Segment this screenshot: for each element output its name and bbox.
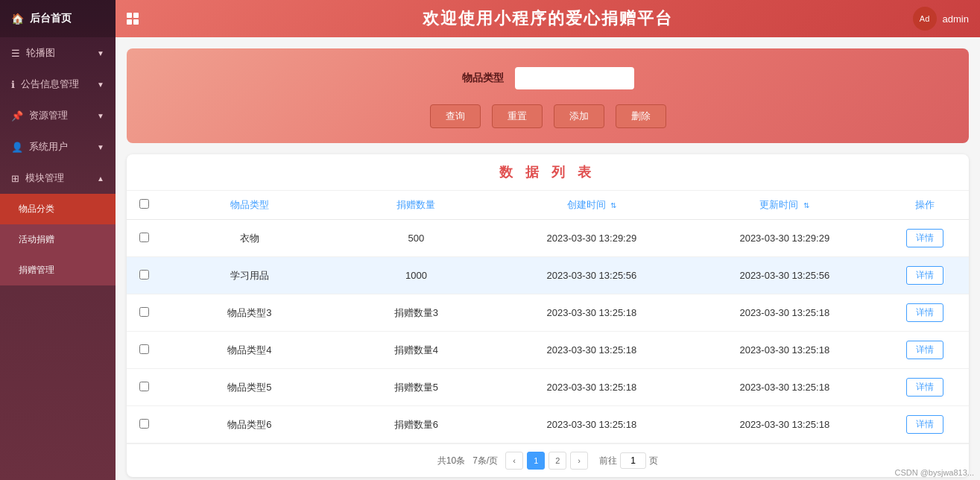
col-count: 捐赠数量: [337, 191, 495, 220]
add-button[interactable]: 添加: [554, 104, 604, 128]
row-checkbox[interactable]: [139, 419, 149, 429]
pagination-next[interactable]: ›: [570, 452, 588, 470]
chevron-down-icon-3: ▼: [97, 112, 104, 120]
goto-input[interactable]: [620, 452, 646, 469]
table-row: 衣物 500 2023-03-30 13:29:29 2023-03-30 13…: [127, 220, 969, 257]
row-created: 2023-03-30 13:25:56: [495, 257, 688, 294]
reset-button[interactable]: 重置: [492, 104, 543, 128]
row-type: 物品类型5: [162, 369, 337, 406]
row-checkbox[interactable]: [139, 307, 149, 317]
pagination-page-2[interactable]: 2: [549, 452, 566, 470]
row-created: 2023-03-30 13:25:18: [495, 332, 688, 369]
chevron-down-icon-4: ▼: [97, 143, 104, 151]
sidebar-item-sysuser[interactable]: 👤 系统用户 ▼: [0, 131, 116, 162]
sidebar-item-banner[interactable]: ☰ 轮播图 ▼: [0, 37, 116, 69]
row-count: 捐赠数量4: [337, 332, 495, 369]
info-icon: ℹ: [11, 79, 15, 90]
detail-button[interactable]: 详情: [906, 415, 943, 434]
sidebar-item-activity-donation[interactable]: 活动捐赠: [0, 224, 116, 255]
sidebar-item-goods-category[interactable]: 物品分类: [0, 194, 116, 224]
row-action: 详情: [881, 257, 969, 294]
row-count: 500: [337, 220, 495, 257]
row-created: 2023-03-30 13:25:18: [495, 294, 688, 332]
pagination: 共10条 7条/页 ‹ 1 2 › 前往 页: [127, 443, 969, 477]
pagination-perpage: 7条/页: [472, 455, 498, 467]
detail-button[interactable]: 详情: [906, 229, 943, 247]
row-created: 2023-03-30 13:25:18: [495, 406, 688, 443]
col-updated[interactable]: 更新时间 ⇅: [688, 191, 881, 220]
row-checkbox-cell: [127, 220, 162, 257]
table-title: 数 据 列 表: [127, 154, 969, 191]
col-created[interactable]: 创建时间 ⇅: [495, 191, 688, 220]
sidebar-module-label: 模块管理: [25, 171, 64, 185]
table-section: 数 据 列 表 物品类型 捐赠数量 创建时间: [127, 154, 969, 477]
pagination-page-1[interactable]: 1: [527, 452, 545, 470]
pin-icon: 📌: [11, 110, 23, 121]
content-area: 物品类型 查询 重置 添加 删除 数 据 列 表: [116, 37, 980, 480]
detail-button[interactable]: 详情: [906, 266, 943, 285]
row-type: 物品类型4: [162, 332, 337, 369]
pagination-goto: 前往 页: [599, 452, 658, 469]
avatar-initials: Ad: [920, 14, 929, 23]
row-updated: 2023-03-30 13:25:18: [688, 406, 881, 443]
grid-icon: ⊞: [11, 173, 19, 184]
select-all-checkbox[interactable]: [139, 199, 149, 209]
row-checkbox[interactable]: [139, 270, 149, 280]
row-checkbox[interactable]: [139, 382, 149, 391]
sidebar-item-module[interactable]: ⊞ 模块管理 ▲: [0, 162, 116, 194]
sidebar-donation-mgmt-label: 捐赠管理: [19, 264, 54, 277]
row-updated: 2023-03-30 13:25:18: [688, 369, 881, 406]
data-table: 物品类型 捐赠数量 创建时间 ⇅ 更新时间 ⇅: [127, 191, 969, 443]
avatar: Ad: [913, 7, 937, 31]
row-updated: 2023-03-30 13:25:18: [688, 294, 881, 332]
sort-created-icon: ⇅: [610, 201, 616, 209]
table-row: 物品类型5 捐赠数量5 2023-03-30 13:25:18 2023-03-…: [127, 369, 969, 406]
row-checkbox-cell: [127, 294, 162, 332]
sidebar-item-announcement[interactable]: ℹ 公告信息管理 ▼: [0, 69, 116, 100]
button-row: 查询 重置 添加 删除: [142, 104, 954, 128]
pagination-total: 共10条: [437, 455, 465, 467]
pagination-prev[interactable]: ‹: [505, 452, 523, 470]
row-checkbox-cell: [127, 257, 162, 294]
sidebar-sysuser-label: 系统用户: [29, 140, 68, 154]
chevron-down-icon-2: ▼: [97, 80, 104, 89]
detail-button[interactable]: 详情: [906, 378, 943, 397]
row-created: 2023-03-30 13:25:18: [495, 369, 688, 406]
sort-updated-icon: ⇅: [803, 201, 809, 209]
sidebar-announcement-label: 公告信息管理: [21, 78, 79, 91]
row-checkbox[interactable]: [139, 344, 149, 354]
row-checkbox[interactable]: [139, 233, 149, 242]
sidebar-submenu-module: 物品分类 活动捐赠 捐赠管理: [0, 194, 116, 285]
main: 欢迎使用小程序的爱心捐赠平台 Ad admin 物品类型 查询 重置 添加 删除…: [116, 0, 980, 480]
row-updated: 2023-03-30 13:25:56: [688, 257, 881, 294]
search-row: 物品类型: [142, 67, 954, 89]
query-button[interactable]: 查询: [430, 104, 481, 128]
sidebar-activity-donation-label: 活动捐赠: [19, 233, 54, 246]
row-action: 详情: [881, 294, 969, 332]
row-count: 捐赠数量3: [337, 294, 495, 332]
detail-button[interactable]: 详情: [906, 341, 943, 359]
row-checkbox-cell: [127, 369, 162, 406]
sidebar: 🏠 后台首页 ☰ 轮播图 ▼ ℹ 公告信息管理 ▼ 📌 资源管理 ▼ 👤 系统用…: [0, 0, 116, 480]
row-updated: 2023-03-30 13:25:18: [688, 332, 881, 369]
col-checkbox: [127, 191, 162, 220]
row-type: 物品类型6: [162, 406, 337, 443]
chevron-down-icon: ▼: [97, 49, 104, 57]
delete-button[interactable]: 删除: [616, 104, 666, 128]
detail-button[interactable]: 详情: [906, 303, 943, 322]
sidebar-item-donation-mgmt[interactable]: 捐赠管理: [0, 255, 116, 285]
row-count: 1000: [337, 257, 495, 294]
search-input[interactable]: [515, 67, 634, 89]
home-icon: 🏠: [11, 13, 24, 25]
sidebar-home[interactable]: 🏠 后台首页: [0, 0, 116, 37]
row-checkbox-cell: [127, 406, 162, 443]
sidebar-resource-label: 资源管理: [29, 109, 68, 122]
table-row: 学习用品 1000 2023-03-30 13:25:56 2023-03-30…: [127, 257, 969, 294]
sidebar-home-label: 后台首页: [30, 12, 72, 25]
table-header-row: 物品类型 捐赠数量 创建时间 ⇅ 更新时间 ⇅: [127, 191, 969, 220]
sidebar-item-resource[interactable]: 📌 资源管理 ▼: [0, 100, 116, 131]
topbar-grid-icon: [127, 13, 139, 25]
sidebar-banner-label: 轮播图: [26, 46, 55, 60]
topbar: 欢迎使用小程序的爱心捐赠平台 Ad admin: [116, 0, 980, 37]
topbar-user-area: Ad admin: [913, 7, 969, 31]
